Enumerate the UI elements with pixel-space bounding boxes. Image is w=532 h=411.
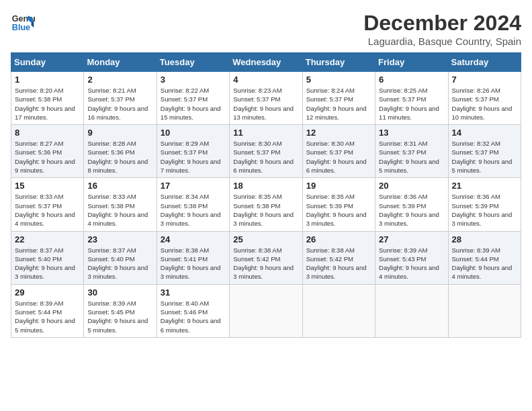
calendar-cell: 2 Sunrise: 8:21 AMSunset: 5:37 PMDayligh… (84, 72, 157, 125)
day-number: 17 (161, 181, 226, 191)
day-number: 14 (452, 128, 517, 138)
calendar-cell: 22 Sunrise: 8:37 AMSunset: 5:40 PMDaylig… (11, 231, 84, 284)
day-header-friday: Friday (375, 53, 448, 72)
day-info: Sunrise: 8:29 AMSunset: 5:37 PMDaylight:… (161, 140, 221, 174)
calendar-cell: 19 Sunrise: 8:35 AMSunset: 5:39 PMDaylig… (302, 178, 375, 231)
day-number: 20 (379, 181, 444, 191)
day-header-thursday: Thursday (302, 53, 375, 72)
calendar-cell: 29 Sunrise: 8:39 AMSunset: 5:44 PMDaylig… (11, 284, 84, 337)
week-row-2: 8 Sunrise: 8:27 AMSunset: 5:36 PMDayligh… (11, 125, 521, 178)
day-info: Sunrise: 8:22 AMSunset: 5:37 PMDaylight:… (161, 87, 221, 121)
calendar-cell: 25 Sunrise: 8:38 AMSunset: 5:42 PMDaylig… (230, 231, 302, 284)
calendar-cell: 7 Sunrise: 8:26 AMSunset: 5:37 PMDayligh… (448, 72, 521, 125)
calendar-cell: 12 Sunrise: 8:30 AMSunset: 5:37 PMDaylig… (302, 125, 375, 178)
logo: General Blue (11, 11, 35, 35)
page-header: General Blue December 2024 Laguardia, Ba… (11, 11, 521, 47)
calendar-cell (375, 284, 448, 337)
day-number: 7 (452, 75, 517, 85)
day-info: Sunrise: 8:37 AMSunset: 5:40 PMDaylight:… (87, 246, 148, 281)
day-info: Sunrise: 8:33 AMSunset: 5:37 PMDaylight:… (15, 193, 75, 227)
calendar-cell: 13 Sunrise: 8:31 AMSunset: 5:37 PMDaylig… (375, 125, 448, 178)
calendar-cell: 3 Sunrise: 8:22 AMSunset: 5:37 PMDayligh… (157, 72, 229, 125)
day-number: 5 (306, 75, 371, 85)
day-info: Sunrise: 8:20 AMSunset: 5:38 PMDaylight:… (15, 87, 75, 121)
calendar-cell: 5 Sunrise: 8:24 AMSunset: 5:37 PMDayligh… (302, 72, 375, 125)
day-number: 4 (233, 75, 298, 85)
day-number: 24 (161, 234, 226, 244)
calendar-cell: 6 Sunrise: 8:25 AMSunset: 5:37 PMDayligh… (375, 72, 448, 125)
day-number: 22 (15, 234, 80, 244)
day-number: 9 (87, 128, 152, 138)
calendar-cell: 11 Sunrise: 8:30 AMSunset: 5:37 PMDaylig… (230, 125, 302, 178)
day-info: Sunrise: 8:36 AMSunset: 5:39 PMDaylight:… (379, 193, 439, 227)
day-info: Sunrise: 8:33 AMSunset: 5:38 PMDaylight:… (87, 193, 148, 227)
week-row-5: 29 Sunrise: 8:39 AMSunset: 5:44 PMDaylig… (11, 284, 521, 337)
day-number: 16 (87, 181, 152, 191)
calendar-cell: 9 Sunrise: 8:28 AMSunset: 5:36 PMDayligh… (84, 125, 157, 178)
calendar-cell: 27 Sunrise: 8:39 AMSunset: 5:43 PMDaylig… (375, 231, 448, 284)
calendar-cell: 16 Sunrise: 8:33 AMSunset: 5:38 PMDaylig… (84, 178, 157, 231)
day-header-monday: Monday (84, 53, 157, 72)
day-info: Sunrise: 8:34 AMSunset: 5:38 PMDaylight:… (161, 193, 221, 227)
day-info: Sunrise: 8:39 AMSunset: 5:43 PMDaylight:… (379, 246, 439, 281)
week-row-3: 15 Sunrise: 8:33 AMSunset: 5:37 PMDaylig… (11, 178, 521, 231)
day-number: 15 (15, 181, 80, 191)
day-number: 28 (452, 234, 517, 244)
calendar-cell: 8 Sunrise: 8:27 AMSunset: 5:36 PMDayligh… (11, 125, 84, 178)
calendar-cell (448, 284, 521, 337)
calendar-cell: 15 Sunrise: 8:33 AMSunset: 5:37 PMDaylig… (11, 178, 84, 231)
day-info: Sunrise: 8:38 AMSunset: 5:42 PMDaylight:… (233, 246, 294, 281)
calendar-cell: 1 Sunrise: 8:20 AMSunset: 5:38 PMDayligh… (11, 72, 84, 125)
day-number: 25 (233, 234, 298, 244)
day-info: Sunrise: 8:31 AMSunset: 5:37 PMDaylight:… (379, 140, 439, 174)
day-number: 27 (379, 234, 444, 244)
day-info: Sunrise: 8:24 AMSunset: 5:37 PMDaylight:… (306, 87, 367, 121)
day-info: Sunrise: 8:40 AMSunset: 5:46 PMDaylight:… (161, 300, 221, 334)
day-info: Sunrise: 8:21 AMSunset: 5:37 PMDaylight:… (87, 87, 148, 121)
day-info: Sunrise: 8:23 AMSunset: 5:37 PMDaylight:… (233, 87, 294, 121)
day-number: 3 (161, 75, 226, 85)
day-info: Sunrise: 8:37 AMSunset: 5:40 PMDaylight:… (15, 246, 75, 281)
day-info: Sunrise: 8:30 AMSunset: 5:37 PMDaylight:… (233, 140, 294, 174)
calendar-cell: 30 Sunrise: 8:39 AMSunset: 5:45 PMDaylig… (84, 284, 157, 337)
day-number: 13 (379, 128, 444, 138)
calendar-cell: 24 Sunrise: 8:38 AMSunset: 5:41 PMDaylig… (157, 231, 229, 284)
day-number: 23 (87, 234, 152, 244)
day-number: 2 (87, 75, 152, 85)
calendar-header-row: SundayMondayTuesdayWednesdayThursdayFrid… (11, 53, 521, 72)
day-header-sunday: Sunday (11, 53, 84, 72)
logo-icon: General Blue (11, 11, 35, 35)
calendar-cell: 17 Sunrise: 8:34 AMSunset: 5:38 PMDaylig… (157, 178, 229, 231)
calendar-cell (230, 284, 302, 337)
calendar-cell: 23 Sunrise: 8:37 AMSunset: 5:40 PMDaylig… (84, 231, 157, 284)
day-info: Sunrise: 8:39 AMSunset: 5:45 PMDaylight:… (87, 300, 148, 334)
week-row-1: 1 Sunrise: 8:20 AMSunset: 5:38 PMDayligh… (11, 72, 521, 125)
day-number: 30 (87, 287, 152, 298)
calendar-cell: 21 Sunrise: 8:36 AMSunset: 5:39 PMDaylig… (448, 178, 521, 231)
day-info: Sunrise: 8:38 AMSunset: 5:41 PMDaylight:… (161, 246, 221, 281)
day-info: Sunrise: 8:32 AMSunset: 5:37 PMDaylight:… (452, 140, 513, 174)
day-number: 18 (233, 181, 298, 191)
day-header-wednesday: Wednesday (230, 53, 302, 72)
day-info: Sunrise: 8:39 AMSunset: 5:44 PMDaylight:… (452, 246, 513, 281)
day-info: Sunrise: 8:27 AMSunset: 5:36 PMDaylight:… (15, 140, 75, 174)
day-info: Sunrise: 8:39 AMSunset: 5:44 PMDaylight:… (15, 300, 75, 334)
day-number: 29 (15, 287, 80, 298)
day-header-tuesday: Tuesday (157, 53, 229, 72)
calendar-cell: 4 Sunrise: 8:23 AMSunset: 5:37 PMDayligh… (230, 72, 302, 125)
day-number: 19 (306, 181, 371, 191)
calendar-cell: 14 Sunrise: 8:32 AMSunset: 5:37 PMDaylig… (448, 125, 521, 178)
calendar-cell: 28 Sunrise: 8:39 AMSunset: 5:44 PMDaylig… (448, 231, 521, 284)
day-info: Sunrise: 8:35 AMSunset: 5:38 PMDaylight:… (233, 193, 294, 227)
day-info: Sunrise: 8:35 AMSunset: 5:39 PMDaylight:… (306, 193, 367, 227)
day-header-saturday: Saturday (448, 53, 521, 72)
day-info: Sunrise: 8:25 AMSunset: 5:37 PMDaylight:… (379, 87, 439, 121)
calendar-cell: 20 Sunrise: 8:36 AMSunset: 5:39 PMDaylig… (375, 178, 448, 231)
day-number: 11 (233, 128, 298, 138)
svg-text:Blue: Blue (12, 23, 30, 32)
day-number: 6 (379, 75, 444, 85)
week-row-4: 22 Sunrise: 8:37 AMSunset: 5:40 PMDaylig… (11, 231, 521, 284)
day-info: Sunrise: 8:26 AMSunset: 5:37 PMDaylight:… (452, 87, 513, 121)
day-number: 31 (161, 287, 226, 298)
location-title: Laguardia, Basque Country, Spain (363, 36, 521, 47)
